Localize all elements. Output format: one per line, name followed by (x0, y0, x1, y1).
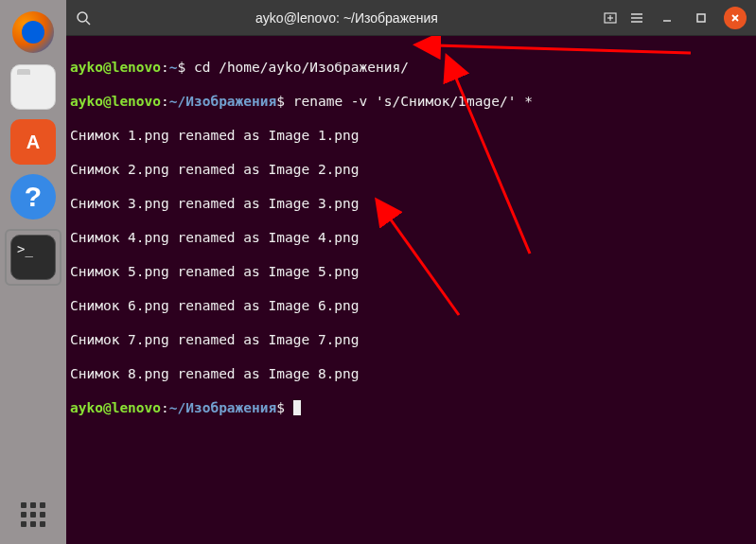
command-rename: rename -v 's/Снимок/Image/' * (285, 94, 533, 109)
output-line: Снимок 4.png renamed as Image 4.png (70, 229, 752, 246)
prompt-colon: : (161, 400, 169, 415)
help-icon: ? (25, 181, 42, 213)
output-line: Снимок 5.png renamed as Image 5.png (70, 263, 752, 280)
prompt-colon: : (161, 60, 169, 75)
output-line: Снимок 6.png renamed as Image 6.png (70, 297, 752, 314)
prompt-colon: : (161, 94, 169, 109)
titlebar-right (603, 7, 747, 29)
terminal-body[interactable]: ayko@lenovo:~$ cd /home/ayko/Изображения… (66, 36, 756, 544)
output-line: Снимок 3.png renamed as Image 3.png (70, 195, 752, 212)
terminal-window: ayko@lenovo: ~/Изображения ayko@lenovo:~… (66, 0, 756, 544)
menu-icon[interactable] (629, 10, 644, 26)
svg-rect-9 (697, 14, 705, 22)
new-tab-icon[interactable] (603, 10, 618, 26)
dock-firefox[interactable] (10, 9, 56, 55)
cursor (293, 400, 301, 415)
terminal-line: ayko@lenovo:~/Изображения$ rename -v 's/… (70, 93, 752, 110)
prompt-path: ~/Изображения (169, 400, 277, 415)
window-title: ayko@lenovo: ~/Изображения (102, 10, 591, 26)
dock-files[interactable] (10, 64, 56, 110)
dock-terminal-active[interactable] (5, 229, 62, 286)
prompt-user-host: ayko@lenovo (70, 400, 161, 415)
prompt-dollar: $ (276, 400, 285, 415)
titlebar-left (76, 10, 91, 26)
svg-line-12 (435, 45, 691, 53)
terminal-line: ayko@lenovo:~/Изображения$ (70, 399, 752, 416)
prompt-path: ~ (169, 60, 178, 75)
svg-point-0 (78, 12, 87, 22)
search-icon[interactable] (76, 10, 91, 26)
minimize-button[interactable] (656, 7, 678, 29)
close-button[interactable] (724, 7, 747, 29)
dock-software-center[interactable] (10, 119, 56, 165)
dock: ? (0, 0, 66, 544)
output-line: Снимок 8.png renamed as Image 8.png (70, 365, 752, 382)
prompt-dollar: $ (276, 94, 285, 109)
maximize-button[interactable] (690, 7, 712, 29)
dock-help[interactable]: ? (10, 174, 56, 219)
apps-grid-button[interactable] (21, 502, 45, 527)
terminal-line: ayko@lenovo:~$ cd /home/ayko/Изображения… (70, 59, 752, 76)
command-cd: cd /home/ayko/Изображения/ (185, 60, 409, 75)
output-line: Снимок 2.png renamed as Image 2.png (70, 161, 752, 178)
output-line: Снимок 7.png renamed as Image 7.png (70, 331, 752, 348)
firefox-icon (12, 11, 54, 53)
svg-line-1 (86, 21, 90, 25)
prompt-user-host: ayko@lenovo (70, 60, 161, 75)
prompt-user-host: ayko@lenovo (70, 94, 161, 109)
titlebar[interactable]: ayko@lenovo: ~/Изображения (66, 0, 756, 36)
terminal-icon (10, 235, 56, 280)
prompt-path: ~/Изображения (169, 94, 277, 109)
output-line: Снимок 1.png renamed as Image 1.png (70, 127, 752, 144)
prompt-dollar: $ (178, 60, 186, 75)
annotation-arrow (66, 36, 756, 544)
